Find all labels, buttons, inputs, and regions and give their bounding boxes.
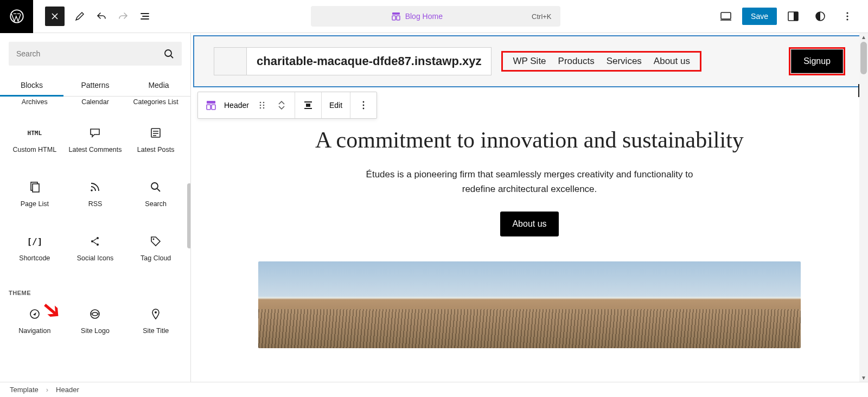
signup-button[interactable]: Signup <box>791 49 843 73</box>
svg-point-9 <box>846 15 848 17</box>
save-button[interactable]: Save <box>742 8 777 25</box>
hero-section[interactable]: A commitment to innovation and sustainab… <box>193 87 866 370</box>
rss-icon <box>88 180 102 194</box>
svg-point-29 <box>260 105 261 106</box>
styles-button[interactable] <box>809 5 831 27</box>
align-button[interactable] <box>298 95 318 115</box>
block-navigation[interactable]: Navigation <box>4 299 65 354</box>
site-logo-icon <box>88 307 102 321</box>
options-menu-button[interactable] <box>837 5 858 27</box>
command-shortcut: Ctrl+K <box>523 12 560 21</box>
pin-icon <box>149 307 163 321</box>
svg-rect-2 <box>392 16 395 20</box>
top-toolbar: Blog Home Ctrl+K Save <box>0 0 868 33</box>
svg-rect-26 <box>212 105 215 110</box>
svg-point-31 <box>260 107 261 109</box>
search-field[interactable] <box>16 49 163 58</box>
block-options-button[interactable] <box>354 95 373 115</box>
svg-rect-6 <box>794 12 798 21</box>
block-site-title[interactable]: Site Title <box>125 299 186 354</box>
block-social-icons[interactable]: Social Icons <box>65 227 126 281</box>
block-latest-posts[interactable]: Latest Posts <box>125 118 186 172</box>
svg-point-8 <box>846 12 848 14</box>
document-title-bar[interactable]: Blog Home Ctrl+K <box>311 6 560 27</box>
undo-button[interactable] <box>91 3 112 29</box>
drag-handle[interactable] <box>252 95 272 115</box>
nav-item[interactable]: About us <box>654 56 690 67</box>
svg-rect-24 <box>207 101 215 104</box>
wordpress-logo[interactable] <box>0 0 33 33</box>
svg-point-27 <box>260 102 261 104</box>
block-inserter-panel: Blocks Patterns Media Archives Calendar … <box>0 33 191 382</box>
document-title: Blog Home <box>405 12 443 21</box>
block-shortcode[interactable]: [/]Shortcode <box>4 227 65 281</box>
breadcrumb-item[interactable]: Header <box>56 386 79 394</box>
site-identity-group[interactable]: charitable-macaque-dfde87.instawp.xyz <box>214 47 492 75</box>
svg-point-15 <box>91 189 93 191</box>
tab-media[interactable]: Media <box>127 74 190 96</box>
block-archives[interactable]: Archives <box>4 97 65 118</box>
svg-point-18 <box>97 237 99 239</box>
block-tag-cloud[interactable]: Tag Cloud <box>125 227 186 281</box>
block-site-logo[interactable]: Site Logo <box>65 299 126 354</box>
block-toolbar: Header <box>197 92 377 119</box>
svg-point-16 <box>151 183 158 189</box>
breadcrumb-item[interactable]: Template <box>10 386 39 394</box>
nav-item[interactable]: Services <box>607 56 642 67</box>
block-categories-list[interactable]: Categories List <box>125 97 186 118</box>
svg-point-11 <box>165 50 171 56</box>
canvas-scrollbar[interactable]: ▲ ▼ <box>859 33 868 382</box>
block-custom-html[interactable]: HTMLCustom HTML <box>4 118 65 172</box>
search-icon <box>163 48 174 59</box>
block-name-label: Header <box>221 101 252 110</box>
view-desktop-button[interactable] <box>715 5 737 27</box>
posts-icon <box>149 126 163 140</box>
tab-blocks[interactable]: Blocks <box>0 74 63 96</box>
nav-item[interactable]: WP Site <box>513 56 546 67</box>
breadcrumb-separator: › <box>46 386 48 394</box>
document-overview-button[interactable] <box>134 3 156 29</box>
hero-cta-button[interactable]: About us <box>500 212 558 236</box>
tab-patterns[interactable]: Patterns <box>63 74 127 96</box>
header-template-part[interactable]: charitable-macaque-dfde87.instawp.xyz WP… <box>193 35 866 87</box>
block-page-list[interactable]: Page List <box>4 172 65 227</box>
svg-point-28 <box>263 102 265 104</box>
hero-image[interactable] <box>258 261 801 348</box>
hero-subtitle[interactable]: Études is a pioneering firm that seamles… <box>356 167 703 196</box>
search-blocks-input[interactable] <box>9 42 182 66</box>
nav-item[interactable]: Products <box>558 56 595 67</box>
edit-tool-button[interactable] <box>69 3 91 29</box>
svg-point-30 <box>263 105 265 106</box>
block-search[interactable]: Search <box>125 172 186 227</box>
breadcrumb: Template › Header <box>0 382 868 397</box>
site-title-text[interactable]: charitable-macaque-dfde87.instawp.xyz <box>247 54 491 68</box>
svg-rect-1 <box>392 12 400 15</box>
compass-icon <box>28 307 42 321</box>
settings-sidebar-button[interactable] <box>782 5 804 27</box>
block-type-button[interactable] <box>201 95 221 115</box>
search-block-icon <box>149 180 163 194</box>
edit-template-button[interactable]: Edit <box>325 95 347 115</box>
block-rss[interactable]: RSS <box>65 172 126 227</box>
comment-icon <box>88 126 102 140</box>
redo-button[interactable] <box>112 3 134 29</box>
sidebar-scrollbar[interactable] <box>186 97 190 382</box>
signup-button-wrapper: Signup <box>789 47 845 75</box>
svg-point-20 <box>153 239 155 240</box>
svg-point-17 <box>91 240 93 242</box>
editor-canvas: charitable-macaque-dfde87.instawp.xyz WP… <box>191 33 868 382</box>
svg-rect-3 <box>397 16 400 20</box>
navigation-block[interactable]: WP Site Products Services About us <box>501 51 701 72</box>
tag-icon <box>149 234 163 248</box>
svg-point-19 <box>97 244 99 246</box>
close-inserter-button[interactable] <box>45 7 65 26</box>
block-latest-comments[interactable]: Latest Comments <box>65 118 126 172</box>
svg-rect-14 <box>33 184 39 192</box>
template-icon <box>391 11 401 21</box>
svg-point-23 <box>155 311 157 313</box>
block-calendar[interactable]: Calendar <box>65 97 126 118</box>
svg-rect-25 <box>207 105 210 110</box>
hero-heading[interactable]: A commitment to innovation and sustainab… <box>215 125 844 155</box>
site-logo-placeholder[interactable] <box>214 48 247 75</box>
move-up-down-button[interactable] <box>272 95 291 115</box>
